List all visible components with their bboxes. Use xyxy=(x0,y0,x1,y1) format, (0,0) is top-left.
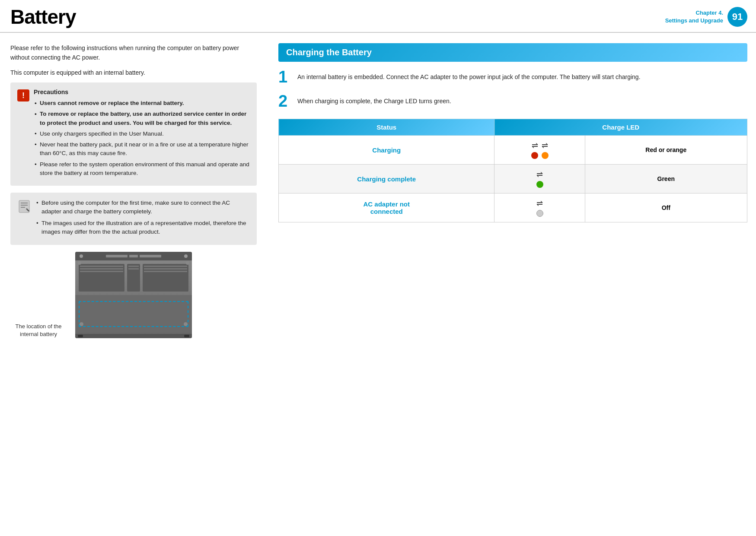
chapter-label: Chapter 4. xyxy=(665,9,723,17)
table-row-no-ac: AC adapter notconnected ⇌ xyxy=(279,193,747,222)
no-ac-led-row-2 xyxy=(536,210,543,217)
plug-icon-4: ⇌ xyxy=(536,199,543,208)
charging-table: Status Charge LED Charging ⇌ ⇌ xyxy=(278,119,747,222)
charging-status-text: Charging xyxy=(372,146,401,154)
warning-box: ! Precautions Users cannot remove or rep… xyxy=(10,82,257,186)
battery-image-section: The location of the internal battery xyxy=(10,252,257,338)
table-row-charging-complete: Charging complete ⇌ Green xyxy=(279,165,747,193)
led-orange-circle xyxy=(542,152,549,159)
plug-icon-1: ⇌ xyxy=(532,141,538,150)
plug-icon-3: ⇌ xyxy=(536,170,543,179)
note-box: Before using the computer for the first … xyxy=(10,193,257,245)
charging-section-header: Charging the Battery xyxy=(278,43,747,62)
intro-text-2: This computer is equipped with an intern… xyxy=(10,68,257,77)
note-icon xyxy=(17,200,31,213)
note-item-2: The images used for the illustration are… xyxy=(35,219,250,237)
warning-item-4: Never heat the battery pack, put it near… xyxy=(34,140,250,158)
warning-list: Users cannot remove or replace the inter… xyxy=(34,99,250,178)
step-1: 1 An internal battery is embedded. Conne… xyxy=(278,70,747,85)
no-ac-led-row-1: ⇌ xyxy=(536,199,543,208)
no-ac-led-label: Off xyxy=(662,204,670,211)
charging-complete-led-icons: ⇌ xyxy=(494,165,585,193)
step-1-number: 1 xyxy=(278,69,290,85)
charging-led-icon-group: ⇌ ⇌ xyxy=(501,141,578,159)
warning-icon: ! xyxy=(17,89,29,101)
table-header-led: Charge LED xyxy=(494,119,747,136)
no-ac-status-text: AC adapter notconnected xyxy=(363,200,410,215)
led-green-circle xyxy=(536,181,543,188)
charging-led-row-2 xyxy=(531,152,549,159)
table-row-charging: Charging ⇌ ⇌ xyxy=(279,136,747,165)
note-content: Before using the computer for the first … xyxy=(35,199,250,239)
charging-led-text: Red or orange xyxy=(585,136,747,165)
warning-content: Precautions Users cannot remove or repla… xyxy=(34,89,250,180)
page-title: Battery xyxy=(10,5,76,29)
main-content: Please refer to the following instructio… xyxy=(0,33,756,347)
page-header: Battery Chapter 4. Settings and Upgrade … xyxy=(0,0,756,33)
charging-complete-led-label: Green xyxy=(657,175,675,182)
left-column: Please refer to the following instructio… xyxy=(10,43,270,338)
chapter-sub-label: Settings and Upgrade xyxy=(665,17,723,25)
charging-complete-led-row-1: ⇌ xyxy=(536,170,543,179)
intro-text-1: Please refer to the following instructio… xyxy=(10,43,257,63)
note-item-1: Before using the computer for the first … xyxy=(35,199,250,216)
warning-item-2: To remove or replace the battery, use an… xyxy=(34,110,250,127)
led-red-circle xyxy=(531,152,538,159)
note-list: Before using the computer for the first … xyxy=(35,199,250,236)
plug-icon-2: ⇌ xyxy=(542,141,548,150)
chapter-info: Chapter 4. Settings and Upgrade xyxy=(665,9,723,25)
no-ac-led-icons: ⇌ xyxy=(494,193,585,222)
warning-item-1: Users cannot remove or replace the inter… xyxy=(34,99,250,108)
no-ac-led-text: Off xyxy=(585,193,747,222)
charging-complete-status-text: Charging complete xyxy=(357,175,416,183)
battery-image xyxy=(75,252,192,338)
charging-complete-led-icon-group: ⇌ xyxy=(501,170,578,188)
charging-complete-led-text: Green xyxy=(585,165,747,193)
charging-led-row-1: ⇌ ⇌ xyxy=(532,141,548,150)
warning-title: Precautions xyxy=(34,89,250,95)
note-svg-icon xyxy=(17,200,31,213)
step-1-text: An internal battery is embedded. Connect… xyxy=(297,70,641,82)
status-charging-complete: Charging complete xyxy=(279,165,494,193)
header-right: Chapter 4. Settings and Upgrade 91 xyxy=(665,7,747,27)
warning-item-5: Please refer to the system operation env… xyxy=(34,160,250,178)
page-number-badge: 91 xyxy=(727,7,747,27)
right-column: Charging the Battery 1 An internal batte… xyxy=(270,43,747,338)
table-header-row: Status Charge LED xyxy=(279,119,747,136)
battery-image-label: The location of the internal battery xyxy=(10,323,67,338)
step-2-number: 2 xyxy=(278,93,290,109)
warning-item-3: Use only chargers specified in the User … xyxy=(34,130,250,138)
status-charging: Charging xyxy=(279,136,494,165)
step-2: 2 When charging is complete, the Charge … xyxy=(278,95,747,109)
charging-led-icons: ⇌ ⇌ xyxy=(494,136,585,165)
charging-led-label: Red or orange xyxy=(645,146,686,153)
no-ac-led-icon-group: ⇌ xyxy=(501,199,578,217)
table-header-status: Status xyxy=(279,119,494,136)
step-2-text: When charging is complete, the Charge LE… xyxy=(297,95,451,106)
led-off-circle xyxy=(536,210,543,217)
status-no-ac: AC adapter notconnected xyxy=(279,193,494,222)
charging-complete-led-row-2 xyxy=(536,181,543,188)
